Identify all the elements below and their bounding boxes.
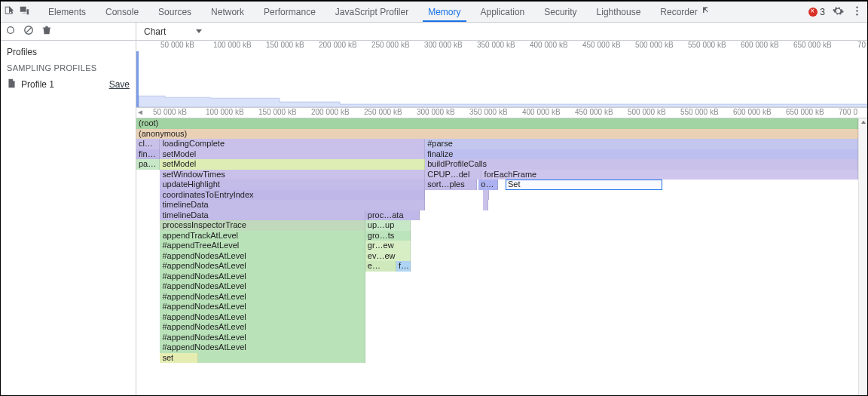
flame-bar[interactable]: set (160, 353, 198, 364)
flame-bar[interactable]: proc…ata (365, 210, 420, 221)
ruler-tick: 550 000 kB (680, 108, 719, 116)
record-icon[interactable] (5, 25, 16, 38)
flame-bar[interactable]: close (136, 139, 160, 149)
flame-bar[interactable]: #appendNodesAtLevel (160, 261, 365, 272)
scroll-up-icon[interactable] (859, 118, 867, 126)
flame-bar[interactable]: buildProfileCalls (425, 159, 858, 170)
flame-bar[interactable]: #appendNodesAtLevel (160, 302, 365, 312)
save-link[interactable]: Save (109, 79, 130, 90)
kebab-icon[interactable] (851, 5, 863, 19)
flame-bar[interactable]: finalize (425, 149, 858, 160)
svg-rect-9 (136, 51, 139, 107)
tab-recorder[interactable]: Recorder (650, 2, 719, 22)
flame-bar[interactable]: coordinatesToEntryIndex (160, 190, 425, 201)
flame-bar[interactable]: (root) (136, 118, 858, 129)
tab-application[interactable]: Application (471, 2, 535, 22)
flame-bar[interactable]: loadingComplete (160, 139, 425, 149)
ruler-tick: 700 0 (839, 108, 857, 116)
tab-memory[interactable]: Memory (418, 2, 470, 22)
flame-bar[interactable]: e… (365, 261, 396, 272)
flame-bar[interactable]: #appendNodesAtLevel (160, 251, 365, 262)
flame-bar[interactable]: #appendNodesAtLevel (160, 272, 365, 282)
flame-bar[interactable]: appendTrackAtLevel (160, 231, 365, 241)
flame-bar[interactable]: CPUP…del (425, 170, 481, 180)
flame-bar[interactable]: #appendNodesAtLevel (160, 292, 365, 302)
overview-chart[interactable]: 50 000 kB100 000 kB150 000 kB200 000 kB2… (136, 41, 867, 108)
flame-bar[interactable]: #parse (425, 139, 858, 149)
flame-bar[interactable]: timelineData (160, 200, 425, 210)
view-select[interactable]: Chart (141, 26, 205, 37)
clear-icon[interactable] (23, 25, 34, 38)
profiles-toolbar (1, 23, 136, 41)
ruler-tick: 550 000 kB (688, 41, 726, 49)
flame-bar[interactable]: up…up (365, 220, 411, 231)
flame-row: #appendNodesAtLevel (136, 333, 858, 343)
tabbar-right: 3 (804, 2, 867, 22)
tab-lighthouse[interactable]: Lighthouse (587, 2, 651, 22)
ruler-tick: 450 000 kB (575, 108, 613, 116)
vertical-scrollbar[interactable] (858, 118, 867, 395)
flame-bar[interactable]: forEachFrame (481, 170, 858, 180)
flame-bar[interactable]: #appendNodesAtLevel (160, 342, 365, 353)
svg-point-1 (856, 10, 857, 11)
ruler-tick: 400 000 kB (522, 108, 561, 116)
device-toggle-icon[interactable] (19, 5, 29, 18)
flame-bar[interactable]: fin…ce (136, 149, 160, 160)
error-count: 3 (820, 7, 825, 17)
svg-point-0 (856, 6, 857, 8)
flame-bar[interactable]: timelineData (160, 210, 365, 221)
flame-bar[interactable] (483, 200, 488, 210)
flame-row: closeloadingComplete#parse (136, 139, 858, 149)
flame-bar[interactable]: Set (506, 180, 662, 190)
tab-performance[interactable]: Performance (254, 2, 326, 22)
ruler-tick: 600 000 kB (733, 108, 772, 116)
flame-bar[interactable]: #appendNodesAtLevel (160, 333, 365, 343)
devtools-tabbar: ElementsConsoleSourcesNetworkPerformance… (1, 2, 867, 23)
flame-bar[interactable]: gr…ew (365, 241, 411, 251)
flame-bar[interactable]: updateHighlight (160, 180, 425, 190)
ruler-tick: 500 000 kB (628, 108, 666, 116)
flame-bar[interactable]: #appendTreeAtLevel (160, 241, 365, 251)
profile-item[interactable]: Profile 1 Save (1, 75, 136, 94)
ruler-tick: 50 000 kB (160, 41, 194, 49)
view-select-value: Chart (144, 26, 166, 37)
inspect-icon[interactable] (4, 5, 14, 18)
flame-row: setWindowTimesCPUP…delforEachFrame (136, 170, 858, 180)
error-badge[interactable]: 3 (808, 7, 825, 17)
flame-bar[interactable]: processInspectorTrace (160, 220, 365, 231)
flame-bar[interactable]: gro…ts (365, 231, 411, 241)
flame-bar[interactable]: setModel (160, 159, 425, 170)
tab-console[interactable]: Console (96, 2, 148, 22)
flame-bar[interactable]: #appendNodesAtLevel (160, 322, 365, 333)
flame-bar[interactable]: #appendNodesAtLevel (160, 281, 365, 292)
memory-content: Chart 50 000 kB100 000 kB150 000 kB200 0… (136, 23, 867, 395)
svg-line-5 (26, 28, 32, 33)
tabbar-left-icons (1, 2, 32, 22)
tab-network[interactable]: Network (201, 2, 254, 22)
flame-bar[interactable]: pa…at (136, 159, 160, 170)
flame-row: #appendNodesAtLevele…f…r (136, 261, 858, 272)
flame-bar[interactable]: setWindowTimes (160, 170, 425, 180)
flame-bar[interactable]: #appendNodesAtLevel (160, 312, 365, 323)
tab-sources[interactable]: Sources (148, 2, 201, 22)
flame-bar[interactable] (198, 353, 365, 364)
flame-chart[interactable]: (root)(anonymous)closeloadingComplete#pa… (136, 118, 858, 395)
ruler-tick: 300 000 kB (417, 108, 455, 116)
flame-row: coordinatesToEntryIndex (136, 190, 858, 201)
trash-icon[interactable] (41, 25, 52, 38)
ruler-scroll-left-icon[interactable]: ◄ (136, 108, 145, 116)
flame-bar[interactable] (483, 190, 489, 201)
tab-security[interactable]: Security (534, 2, 586, 22)
flame-bar[interactable]: f…r (396, 261, 411, 272)
main-split: Profiles SAMPLING PROFILES Profile 1 Sav… (1, 23, 867, 395)
flame-bar[interactable]: (anonymous) (136, 129, 858, 140)
flame-bar[interactable]: ev…ew (365, 251, 411, 262)
tab-elements[interactable]: Elements (38, 2, 96, 22)
flame-bar[interactable]: setModel (160, 149, 425, 160)
flame-bar[interactable]: sort…ples (425, 180, 476, 190)
tab-javascript-profiler[interactable]: JavaScript Profiler (326, 2, 418, 22)
ruler-tick: 650 000 kB (793, 41, 832, 49)
flame-row: #appendNodesAtLevelev…ew (136, 251, 858, 262)
gear-icon[interactable] (833, 5, 844, 19)
flame-bar[interactable]: o…k (478, 180, 498, 190)
